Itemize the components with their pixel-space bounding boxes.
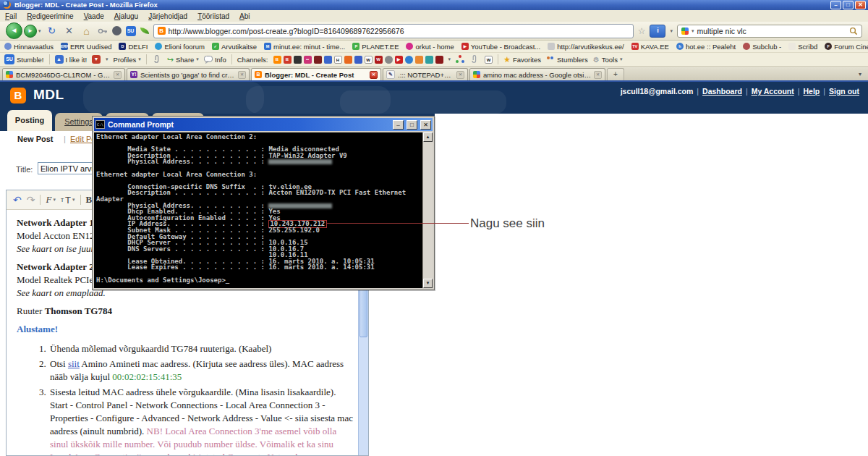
scroll-down-icon[interactable]: ▼ — [423, 279, 433, 288]
stumble-button[interactable]: SU Stumble! — [4, 54, 44, 64]
search-engine-dropdown-icon[interactable]: ▾ — [692, 28, 694, 34]
tab-close-icon[interactable]: ✕ — [238, 71, 246, 79]
key-addon-icon[interactable] — [98, 26, 108, 36]
bookmark-item[interactable]: FForum Cinemas — [825, 43, 868, 51]
tab-close-icon[interactable]: ✕ — [114, 71, 122, 79]
browser-tab[interactable]: BBlogger: MDL - Create Post✕ — [251, 68, 381, 80]
forward-button[interactable]: ► — [24, 25, 37, 38]
channel-icon[interactable] — [314, 56, 322, 64]
channel-icon[interactable] — [294, 56, 302, 64]
channel-icon[interactable]: B — [284, 56, 292, 64]
cmd-titlebar[interactable]: C:\ Command Prompt – □ ✕ — [94, 118, 433, 131]
menu-item[interactable]: Abi — [234, 12, 255, 21]
like-button[interactable]: ▲ I like it! — [55, 55, 88, 64]
info-button[interactable]: Info — [204, 56, 226, 64]
list-all-tabs-icon[interactable]: ▾ — [854, 69, 866, 80]
channel-icon[interactable]: ▶ — [395, 56, 403, 64]
bold-button[interactable]: B — [86, 194, 93, 206]
stumblers-button[interactable]: Stumblers — [546, 55, 588, 64]
command-prompt-window[interactable]: C:\ Command Prompt – □ ✕ Ethernet adapte… — [92, 116, 435, 290]
bookmark-item[interactable]: hhot.ee :: Pealeht — [676, 43, 736, 51]
stumbleupon-addon-icon[interactable]: SU — [126, 26, 136, 36]
favorites-button[interactable]: ★ Favorites — [503, 55, 541, 64]
reload-button[interactable]: ↻ — [46, 25, 59, 36]
bookmark-item[interactable]: Elioni foorum — [155, 43, 204, 51]
header-link[interactable]: Sign out — [829, 87, 859, 96]
bookmark-item[interactable]: orkut - home — [406, 43, 454, 51]
cmd-scrollbar[interactable]: ▲ ▼ — [422, 132, 433, 288]
restore-button[interactable]: □ — [843, 1, 854, 9]
bookmark-item[interactable]: Subclub - — [743, 43, 781, 51]
tools-button[interactable]: ⚙ Tools ▾ — [593, 56, 623, 64]
channel-icon[interactable]: W — [365, 56, 373, 64]
nodes-icon[interactable] — [456, 55, 464, 64]
bookmark-item[interactable]: PPLANET.EE — [352, 43, 399, 51]
menu-item[interactable]: Ajalugu — [109, 12, 143, 21]
font-button[interactable]: F▾ — [46, 194, 55, 206]
bookmark-item[interactable]: ▶YouTube - Broadcast... — [461, 43, 540, 51]
font-size-button[interactable]: ᴛT▾ — [61, 195, 75, 206]
channel-icon[interactable] — [354, 56, 362, 64]
bookmark-item[interactable]: Hinnavaatlus — [4, 43, 54, 51]
wikipedia-icon[interactable]: W — [485, 56, 493, 64]
url-text[interactable]: http://www.blogger.com/post-create.g?blo… — [169, 27, 404, 35]
channel-icon[interactable] — [435, 56, 443, 64]
tab-close-icon[interactable]: ✕ — [456, 71, 464, 79]
history-dropdown-icon[interactable]: ▾ — [38, 28, 41, 34]
home-button[interactable]: ⌂ — [80, 25, 93, 37]
cmd-minimize-button[interactable]: – — [393, 120, 404, 130]
stop-button[interactable]: ✕ — [63, 25, 76, 36]
bookmark-item[interactable]: ERRERR Uudised — [61, 43, 112, 51]
cmd-restore-button[interactable]: □ — [407, 120, 417, 130]
blogger-tab[interactable]: Posting — [7, 110, 52, 131]
header-link[interactable]: Dashboard — [702, 87, 742, 96]
bookmark-item[interactable]: http://arvutikeskus.ee/ — [548, 43, 624, 51]
channel-icon[interactable] — [344, 56, 352, 64]
cmd-close-button[interactable]: ✕ — [420, 120, 431, 130]
bookmark-item[interactable]: DDELFI — [119, 43, 148, 51]
identity-dropdown-icon[interactable]: ▾ — [670, 28, 673, 34]
channel-icon[interactable]: W — [375, 56, 383, 64]
bookmark-item[interactable]: TVKAVA.EE — [631, 43, 669, 51]
bookmark-star-icon[interactable]: ☆ — [638, 26, 646, 36]
header-link[interactable]: My Account — [752, 87, 794, 96]
channel-icon[interactable] — [415, 56, 423, 64]
browser-tab[interactable]: ✎.::: NOTEPAD++ ::.✕ — [383, 68, 468, 80]
url-bar[interactable]: B http://www.blogger.com/post-create.g?b… — [153, 24, 634, 38]
search-input[interactable]: multiple nic vlc — [697, 27, 846, 35]
undo-button[interactable]: ↶ — [13, 194, 22, 206]
leaf-addon-icon[interactable] — [140, 28, 149, 34]
minimize-button[interactable]: – — [830, 1, 841, 9]
browser-tab[interactable]: amino mac address - Google otsing✕ — [469, 68, 605, 80]
menu-item[interactable]: Vaade — [79, 12, 109, 21]
menu-item[interactable]: Fail — [0, 12, 22, 21]
paperclip-icon[interactable] — [152, 54, 162, 64]
close-button[interactable]: ✕ — [855, 1, 866, 9]
channel-icon[interactable]: •• — [304, 56, 312, 64]
channel-icon[interactable]: B — [273, 56, 281, 64]
tab-close-icon[interactable]: ✕ — [370, 71, 378, 79]
profiles-button[interactable]: Profiles ▾ — [114, 56, 141, 64]
magnifier-icon[interactable] — [849, 27, 858, 35]
browser-tab[interactable]: Y!Scientists go 'gaga' to find creatures… — [127, 68, 250, 80]
menu-item[interactable]: Redigeerimine — [22, 12, 79, 21]
menu-item[interactable]: Tööriistad — [192, 12, 234, 21]
redo-button[interactable]: ↷ — [27, 194, 35, 206]
new-tab-button[interactable]: + — [607, 68, 624, 80]
addon-icon[interactable] — [112, 26, 122, 35]
channel-icon[interactable] — [425, 56, 433, 64]
share-button[interactable]: ↪ Share ▾ — [167, 55, 199, 64]
siit-link[interactable]: siit — [68, 358, 80, 369]
paperclip-icon[interactable] — [469, 54, 480, 64]
browser-tab[interactable]: BCM92046DG-CL1ROM - Google otsing✕ — [2, 68, 125, 80]
channels-dropdown-icon[interactable]: ▾ — [448, 56, 451, 62]
search-bar[interactable]: ▾ multiple nic vlc — [677, 25, 862, 38]
bookmark-item[interactable]: Scribd — [788, 43, 817, 51]
back-button[interactable]: ◄ — [6, 22, 22, 39]
tab-close-icon[interactable]: ✕ — [594, 71, 602, 79]
rating-dropdown-icon[interactable]: ▾ — [106, 56, 109, 62]
identity-addon-button[interactable]: i — [650, 25, 665, 38]
thumb-down-icon[interactable]: ▼ — [92, 55, 101, 64]
menu-item[interactable]: Järjehoidjad — [143, 12, 192, 21]
header-link[interactable]: Help — [804, 87, 820, 96]
